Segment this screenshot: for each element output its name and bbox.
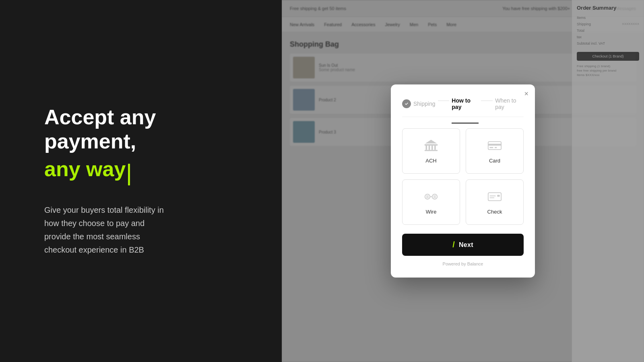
svg-rect-2 bbox=[426, 146, 427, 150]
payment-modal: × Shipping bbox=[391, 84, 535, 278]
step-shipping: Shipping bbox=[402, 99, 436, 115]
step-shipping-icon bbox=[402, 99, 411, 108]
payment-option-check[interactable]: Check bbox=[466, 179, 524, 225]
svg-rect-10 bbox=[495, 147, 497, 148]
check-icon bbox=[487, 189, 502, 204]
check-label: Check bbox=[487, 209, 502, 215]
payment-options-grid: ACH Card bbox=[402, 128, 524, 225]
step-when-to-pay: When to pay bbox=[495, 97, 524, 117]
body-text: Give your buyers total flexibility in ho… bbox=[44, 204, 237, 257]
step-how-to-pay-label: How to pay bbox=[452, 97, 479, 110]
next-slash-icon: / bbox=[452, 240, 455, 249]
modal-close-button[interactable]: × bbox=[524, 90, 528, 97]
svg-rect-1 bbox=[425, 144, 438, 146]
svg-rect-17 bbox=[497, 195, 500, 197]
ach-label: ACH bbox=[425, 158, 436, 164]
payment-option-ach[interactable]: ACH bbox=[402, 128, 460, 174]
headline-white: Accept any payment, bbox=[44, 105, 237, 154]
modal-overlay: × Shipping bbox=[282, 0, 644, 362]
svg-rect-9 bbox=[489, 147, 493, 148]
step-how-to-pay: How to pay bbox=[452, 97, 479, 117]
card-label: Card bbox=[489, 158, 500, 164]
next-button[interactable]: / Next bbox=[402, 234, 524, 256]
left-panel: Accept any payment, any way Give your bu… bbox=[0, 0, 282, 362]
svg-rect-6 bbox=[425, 150, 438, 151]
steps-nav: Shipping How to pay When to pay bbox=[402, 97, 524, 117]
svg-rect-3 bbox=[429, 146, 430, 150]
step-separator bbox=[438, 101, 450, 101]
card-icon bbox=[487, 138, 502, 153]
bank-icon bbox=[424, 138, 438, 153]
next-button-label: Next bbox=[459, 241, 473, 249]
step-separator bbox=[481, 101, 493, 101]
powered-by-text: Powered by Balance bbox=[402, 261, 524, 266]
right-panel: Free shipping & get 50 items You have fr… bbox=[282, 0, 644, 362]
headline-green: any way bbox=[44, 157, 126, 181]
step-when-to-pay-label: When to pay bbox=[495, 97, 524, 110]
payment-option-wire[interactable]: Wire bbox=[402, 179, 460, 225]
slash-decoration bbox=[128, 164, 130, 185]
step-shipping-label: Shipping bbox=[413, 101, 436, 107]
payment-option-card[interactable]: Card bbox=[466, 128, 524, 174]
svg-rect-4 bbox=[431, 146, 433, 150]
wire-icon bbox=[424, 189, 438, 204]
wire-label: Wire bbox=[426, 209, 437, 215]
browser-background: Free shipping & get 50 items You have fr… bbox=[282, 0, 644, 362]
svg-rect-8 bbox=[488, 144, 501, 146]
svg-rect-5 bbox=[434, 146, 436, 150]
